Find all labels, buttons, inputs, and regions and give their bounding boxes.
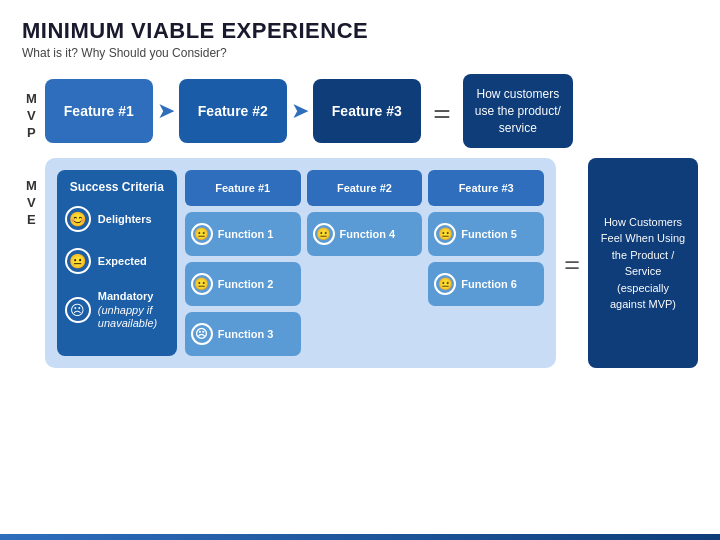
mvp-label: M V P [26,91,37,142]
function-3-label: Function 3 [218,328,274,340]
function-4-label: Function 4 [340,228,396,240]
function-5-icon: 😐 [434,223,456,245]
criteria-row-delighters: 😊 Delighters [65,206,169,232]
feature-box-1: Feature #1 [45,79,153,143]
feature-col-2-header: Feature #2 [307,170,423,206]
mve-label: M V E [26,178,37,368]
expected-label: Expected [98,255,147,268]
function-3-icon: ☹ [191,323,213,345]
function-5-box: 😐 Function 5 [428,212,544,256]
criteria-row-mandatory: ☹ Mandatory (unhappy if unavailable) [65,290,169,330]
right-box-bottom: How Customers Feel When Using the Produc… [588,158,698,368]
feature-col-1: Feature #1 😐 Function 1 😐 Function 2 ☹ F… [185,170,301,356]
function-1-box: 😐 Function 1 [185,212,301,256]
function-1-icon: 😐 [191,223,213,245]
feature-col-2: Feature #2 😐 Function 4 [307,170,423,356]
mandatory-label: Mandatory (unhappy if unavailable) [98,290,169,330]
bottom-bar [0,534,720,540]
feature-col-3-header: Feature #3 [428,170,544,206]
delighters-icon: 😊 [65,206,91,232]
arrow-2: ➤ [291,98,309,124]
delighters-label: Delighters [98,213,152,226]
function-1-label: Function 1 [218,228,274,240]
feature-box-3: Feature #3 [313,79,421,143]
feature-col-1-header: Feature #1 [185,170,301,206]
criteria-row-expected: 😐 Expected [65,248,169,274]
equals-icon-bottom: ⚌ [564,252,580,274]
function-2-label: Function 2 [218,278,274,290]
function-6-icon: 😐 [434,273,456,295]
functions-area: Feature #1 😐 Function 1 😐 Function 2 ☹ F… [185,170,544,356]
page-title: MINIMUM VIABLE EXPERIENCE [22,18,698,44]
function-3-box: ☹ Function 3 [185,312,301,356]
slide: MINIMUM VIABLE EXPERIENCE What is it? Wh… [0,0,720,540]
right-box-top: How customers use the product/ service [463,74,573,148]
success-criteria-title: Success Criteria [65,180,169,194]
feature-col-3: Feature #3 😐 Function 5 😐 Function 6 [428,170,544,356]
function-5-label: Function 5 [461,228,517,240]
function-2-icon: 😐 [191,273,213,295]
mandatory-icon: ☹ [65,297,91,323]
function-6-label: Function 6 [461,278,517,290]
expected-icon: 😐 [65,248,91,274]
function-2-box: 😐 Function 2 [185,262,301,306]
page-subtitle: What is it? Why Should you Consider? [22,46,698,60]
equals-icon-top: ⚌ [433,99,451,123]
arrow-1: ➤ [157,98,175,124]
success-criteria-col: Success Criteria 😊 Delighters 😐 Expected… [57,170,177,356]
function-4-box: 😐 Function 4 [307,212,423,256]
feature-box-2: Feature #2 [179,79,287,143]
function-6-box: 😐 Function 6 [428,262,544,306]
blue-panel: Success Criteria 😊 Delighters 😐 Expected… [45,158,556,368]
function-4-icon: 😐 [313,223,335,245]
